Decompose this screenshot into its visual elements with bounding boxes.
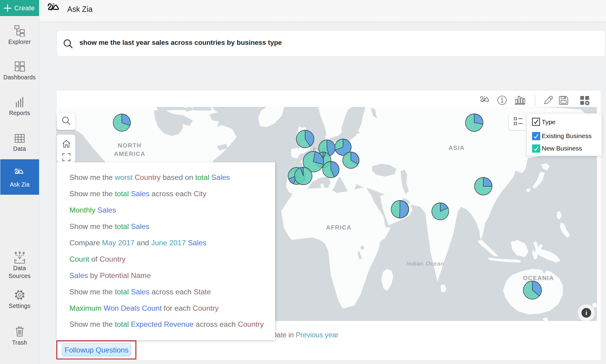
svg-text:AMERICA: AMERICA <box>114 151 145 157</box>
svg-text:AFRICA: AFRICA <box>326 224 352 231</box>
svg-text:OCEANIA: OCEANIA <box>523 275 554 281</box>
svg-text:NORTH: NORTH <box>118 142 142 149</box>
svg-text:ASIA: ASIA <box>448 144 465 151</box>
svg-text:Indian Ocean: Indian Ocean <box>406 260 444 267</box>
